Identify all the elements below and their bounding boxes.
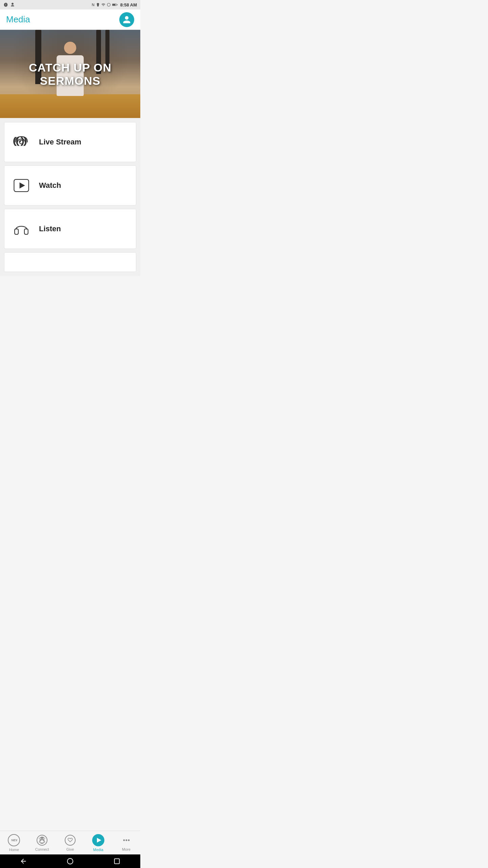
profile-icon: [122, 15, 131, 24]
live-stream-card[interactable]: ((·)) Live Stream: [4, 122, 136, 162]
page-title: Media: [6, 14, 30, 25]
svg-marker-6: [20, 182, 25, 189]
media-options-list: ((·)) Live Stream Watch Listen: [0, 118, 140, 276]
extra-card-partial[interactable]: [4, 252, 136, 272]
watch-label: Watch: [39, 181, 61, 190]
person-head: [64, 42, 76, 54]
listen-card[interactable]: Listen: [4, 209, 136, 249]
play-icon: [11, 175, 32, 196]
watch-card[interactable]: Watch: [4, 165, 136, 205]
svg-rect-1: [112, 4, 115, 6]
svg-text:((·)): ((·)): [13, 136, 27, 145]
status-icons-left: [3, 2, 15, 7]
profile-button[interactable]: [119, 12, 134, 27]
app-header: Media: [0, 9, 140, 30]
time-display: 8:58 AM: [120, 2, 137, 7]
svg-rect-7: [15, 229, 18, 234]
wood-panel: [0, 94, 140, 118]
status-icons-right: N 8:58 AM: [92, 2, 137, 7]
status-bar: N 8:58 AM: [0, 0, 140, 9]
headphones-icon: [11, 219, 32, 239]
hero-banner[interactable]: CATCH UP ON SERMONS: [0, 30, 140, 118]
listen-label: Listen: [39, 224, 61, 233]
live-stream-label: Live Stream: [39, 138, 81, 146]
svg-rect-8: [24, 229, 28, 234]
nfc-icon: N: [92, 3, 95, 7]
hero-text: CATCH UP ON SERMONS: [0, 61, 140, 87]
broadcast-icon: ((·)): [11, 132, 32, 152]
svg-rect-2: [117, 4, 117, 5]
